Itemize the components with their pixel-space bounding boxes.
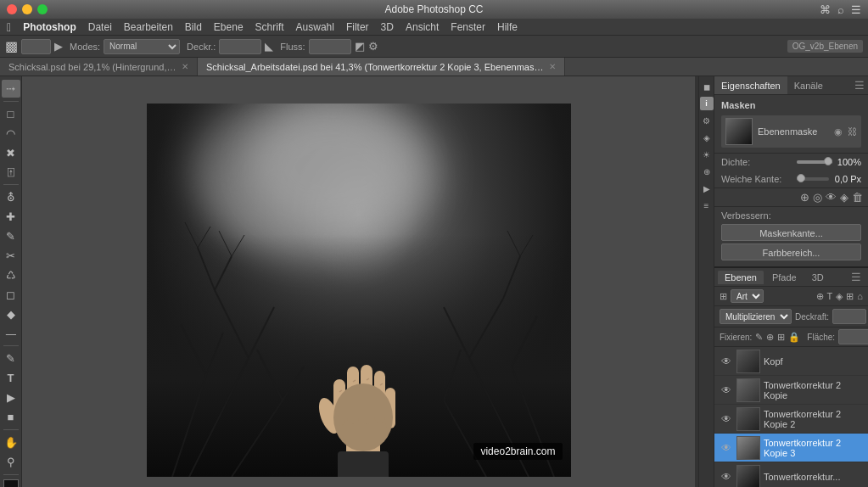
dichte-thumb[interactable] bbox=[824, 157, 832, 165]
tab-0[interactable]: Schicksal.psd bei 29,1% (Hintergrund, RG… bbox=[0, 58, 198, 76]
menu-schrift[interactable]: Schrift bbox=[255, 21, 284, 33]
search-icon[interactable]: ⌕ bbox=[837, 3, 844, 16]
icon-extra[interactable]: ≡ bbox=[700, 199, 714, 212]
tool-eyedropper[interactable]: ⛢ bbox=[2, 188, 20, 206]
menu-datei[interactable]: Datei bbox=[88, 21, 112, 33]
panel-icon-eye[interactable]: 👁 bbox=[826, 191, 837, 204]
menu-bild[interactable]: Bild bbox=[185, 21, 202, 33]
lock-artboard-icon[interactable]: ⊞ bbox=[777, 332, 785, 343]
ebenenmaske-row[interactable]: Ebenenmaske ◉ ⛓ bbox=[721, 115, 861, 148]
tool-pen[interactable]: ✎ bbox=[2, 350, 20, 367]
dichte-slider[interactable] bbox=[790, 160, 826, 164]
fluss-input[interactable]: 100% bbox=[309, 39, 351, 54]
minimize-button[interactable] bbox=[22, 4, 32, 14]
menu-apple[interactable]:  bbox=[7, 20, 11, 34]
deckr-icon[interactable]: ◣ bbox=[265, 40, 273, 53]
lock-all-icon[interactable]: 🔒 bbox=[788, 332, 800, 343]
menu-hilfe[interactable]: Hilfe bbox=[497, 21, 518, 33]
tool-marquee[interactable]: □ bbox=[2, 105, 20, 123]
tool-crop[interactable]: ⍐ bbox=[2, 164, 20, 182]
tab-kanale[interactable]: Kanäle bbox=[787, 76, 830, 94]
tool-clone[interactable]: ✂ bbox=[2, 247, 20, 265]
tool-eraser[interactable]: ◻ bbox=[2, 286, 20, 304]
tool-hand[interactable]: ✋ bbox=[2, 434, 20, 451]
tab-ebenen[interactable]: Ebenen bbox=[718, 271, 764, 284]
layers-menu-icon[interactable]: ☰ bbox=[848, 271, 865, 283]
menu-photoshop[interactable]: Photoshop bbox=[23, 21, 76, 33]
layer-toolbar-icon3[interactable]: ◈ bbox=[836, 291, 843, 302]
layer-eye-2[interactable]: 👁 bbox=[720, 413, 733, 425]
maximize-button[interactable] bbox=[37, 4, 48, 14]
icon-navigate[interactable]: ▶ bbox=[700, 182, 714, 195]
layer-item[interactable]: 👁 Tonwertkorrektur... bbox=[714, 462, 868, 487]
foreground-color[interactable] bbox=[3, 479, 19, 487]
tab-close-0[interactable]: ✕ bbox=[182, 62, 188, 71]
tool-shape[interactable]: ■ bbox=[2, 408, 20, 426]
maskenkante-button[interactable]: Maskenkante... bbox=[721, 224, 861, 241]
icon-adjust3[interactable]: ☀ bbox=[700, 148, 714, 161]
menu-fenster[interactable]: Fenster bbox=[451, 21, 485, 33]
menu-ansicht[interactable]: Ansicht bbox=[406, 21, 439, 33]
panel-icon-delete[interactable]: 🗑 bbox=[852, 191, 863, 204]
tool-gradient[interactable]: ◆ bbox=[2, 305, 20, 323]
panel-icon-2[interactable]: ◎ bbox=[813, 191, 822, 204]
tool-dodge[interactable]: ⸻ bbox=[2, 325, 20, 343]
tool-type[interactable]: T bbox=[2, 369, 20, 387]
tool-history-brush[interactable]: ♺ bbox=[2, 266, 20, 284]
tool-move[interactable]: ⤏ bbox=[2, 80, 20, 98]
layer-eye-1[interactable]: 👁 bbox=[720, 384, 733, 396]
tool-brush[interactable]: ✎ bbox=[2, 227, 20, 245]
menu-3d[interactable]: 3D bbox=[381, 21, 394, 33]
menu-icon[interactable]: ☰ bbox=[851, 3, 861, 16]
layer-toolbar-icon4[interactable]: ⊞ bbox=[846, 291, 854, 302]
tool-quick-select[interactable]: ✖ bbox=[2, 144, 20, 162]
icon-adjust2[interactable]: ◈ bbox=[700, 131, 714, 144]
deckr-input[interactable]: 50% bbox=[219, 39, 261, 54]
farbbereich-button[interactable]: Farbbereich... bbox=[721, 244, 861, 260]
layer-eye-4[interactable]: 👁 bbox=[720, 471, 733, 483]
menu-ebene[interactable]: Ebene bbox=[214, 21, 244, 33]
deckraft-input[interactable]: 100% bbox=[832, 309, 866, 324]
tool-heal[interactable]: ✚ bbox=[2, 208, 20, 226]
tool-lasso[interactable]: ◠ bbox=[2, 125, 20, 143]
layer-item[interactable]: 👁 Tonwertkorrektur 2 Kopie 2 bbox=[714, 405, 868, 434]
layer-toolbar-icon2[interactable]: T bbox=[827, 291, 833, 301]
notification-icon[interactable]: ⌘ bbox=[820, 3, 831, 16]
tab-3d[interactable]: 3D bbox=[805, 271, 831, 284]
layer-eye-3[interactable]: 👁 bbox=[720, 442, 733, 454]
menu-filter[interactable]: Filter bbox=[346, 21, 369, 33]
mask-link-icon[interactable]: ⛓ bbox=[848, 126, 857, 137]
panel-icon-view[interactable]: ◈ bbox=[840, 191, 848, 204]
tool-path-select[interactable]: ▶ bbox=[2, 389, 20, 406]
layer-type-filter[interactable]: Art bbox=[731, 289, 764, 303]
menu-bearbeiten[interactable]: Bearbeiten bbox=[124, 21, 173, 33]
icon-adjust4[interactable]: ⊕ bbox=[700, 165, 714, 178]
canvas-area[interactable]: video2brain.com 41,28% Dok: 8,88 MB/112,… bbox=[22, 76, 695, 487]
blend-mode-select[interactable]: Multiplizieren Normal bbox=[720, 309, 792, 324]
layer-item[interactable]: 👁 Kopf bbox=[714, 347, 868, 376]
icon-adjust1[interactable]: ⚙ bbox=[700, 114, 714, 127]
tab-eigenschaften[interactable]: Eigenschaften bbox=[714, 76, 787, 94]
layer-item-active[interactable]: 👁 Tonwertkorrektur 2 Kopie 3 bbox=[714, 434, 868, 462]
panel-icon-1[interactable]: ⊕ bbox=[800, 191, 809, 204]
layer-toolbar-icon5[interactable]: ⌂ bbox=[857, 291, 863, 301]
icon-info[interactable]: i bbox=[700, 97, 714, 110]
airbrush-icon[interactable]: ◩ bbox=[355, 40, 365, 53]
close-button[interactable] bbox=[7, 4, 17, 14]
icon-mask[interactable]: ◼ bbox=[700, 80, 714, 93]
menu-auswahl[interactable]: Auswahl bbox=[296, 21, 334, 33]
panel-menu-icon[interactable]: ☰ bbox=[851, 79, 868, 92]
tab-1[interactable]: Schicksal_Arbeitsdatei.psd bei 41,3% (To… bbox=[198, 58, 565, 76]
weiche-kante-slider[interactable] bbox=[790, 177, 822, 181]
wk-thumb[interactable] bbox=[797, 174, 805, 182]
brush-size-input[interactable]: 214 bbox=[21, 39, 51, 54]
tab-pfade[interactable]: Pfade bbox=[765, 271, 804, 284]
lock-move-icon[interactable]: ⊕ bbox=[766, 332, 774, 343]
mode-select[interactable]: Normal Multiplizieren Abblenden bbox=[104, 39, 180, 54]
layer-toolbar-icon1[interactable]: ⊕ bbox=[816, 291, 824, 302]
tool-zoom[interactable]: ⚲ bbox=[2, 453, 20, 471]
flache-input[interactable]: 100% bbox=[838, 329, 868, 344]
layer-eye-0[interactable]: 👁 bbox=[720, 355, 733, 367]
mask-visibility-icon[interactable]: ◉ bbox=[834, 126, 843, 137]
layer-item[interactable]: 👁 Tonwertkorrektur 2 Kopie bbox=[714, 376, 868, 405]
